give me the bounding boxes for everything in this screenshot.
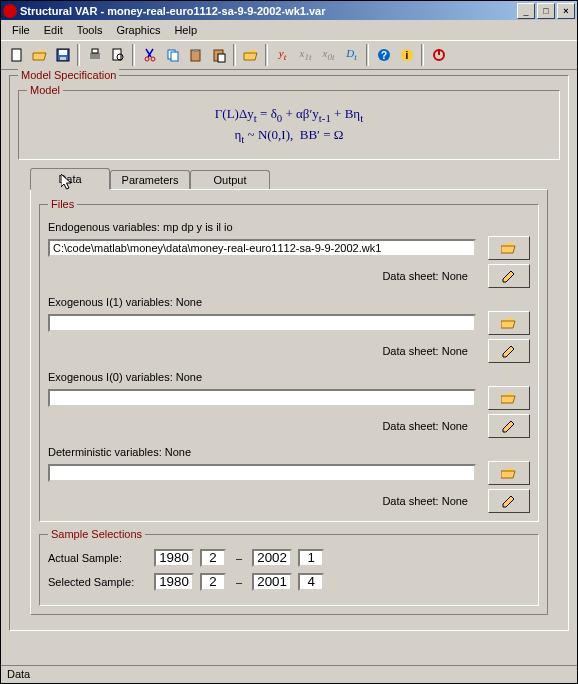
endo-sheet-text: Data sheet: None xyxy=(382,270,468,282)
x0t-icon[interactable]: x0t xyxy=(317,44,340,66)
equation-display: Γ(L)Δyt = δ0 + αβ′yt-1 + Bηt ηt ~ N(0,I)… xyxy=(27,99,551,151)
power-icon[interactable] xyxy=(427,44,450,66)
exo1-label: Exogenous I(1) variables: None xyxy=(48,296,530,308)
actual-period1[interactable] xyxy=(200,549,226,567)
help-icon[interactable]: ? xyxy=(372,44,395,66)
model-spec-legend: Model Specification xyxy=(18,69,119,81)
endo-field[interactable] xyxy=(48,239,476,257)
menubar: File Edit Tools Graphics Help xyxy=(1,20,577,40)
folder-icon[interactable] xyxy=(239,44,262,66)
selected-year2[interactable] xyxy=(252,573,292,591)
cut-icon[interactable] xyxy=(138,44,161,66)
open-icon[interactable] xyxy=(28,44,51,66)
actual-year2[interactable] xyxy=(252,549,292,567)
print-icon[interactable] xyxy=(83,44,106,66)
det-sheet-text: Data sheet: None xyxy=(382,495,468,507)
selected-sample-label: Selected Sample: xyxy=(48,576,148,588)
sample-legend: Sample Selections xyxy=(48,528,145,540)
files-fieldset: Files Endogenous variables: mp dp y is i… xyxy=(39,204,539,522)
svg-point-9 xyxy=(151,57,155,61)
svg-text:i: i xyxy=(405,50,408,61)
titlebar: Structural VAR - money-real-euro1112-sa-… xyxy=(1,1,577,20)
toolbar: yt x1t x0t Dt ? i xyxy=(1,40,577,70)
new-icon[interactable] xyxy=(5,44,28,66)
window-title: Structural VAR - money-real-euro1112-sa-… xyxy=(20,5,515,17)
endo-edit-button[interactable] xyxy=(488,264,530,288)
status-text: Data xyxy=(7,668,30,680)
app-icon xyxy=(3,4,17,18)
endo-label: Endogenous variables: mp dp y is il io xyxy=(48,221,530,233)
exo0-edit-button[interactable] xyxy=(488,414,530,438)
svg-rect-3 xyxy=(60,57,66,60)
sample-fieldset: Sample Selections Actual Sample: – Selec… xyxy=(39,534,539,606)
svg-rect-15 xyxy=(218,54,225,62)
actual-sample-label: Actual Sample: xyxy=(48,552,148,564)
actual-period2[interactable] xyxy=(298,549,324,567)
tab-panel: Files Endogenous variables: mp dp y is i… xyxy=(30,189,548,615)
menu-graphics[interactable]: Graphics xyxy=(109,22,167,38)
dt-icon[interactable]: Dt xyxy=(340,44,363,66)
selected-period2[interactable] xyxy=(298,573,324,591)
info-icon[interactable]: i xyxy=(395,44,418,66)
close-button[interactable]: × xyxy=(557,3,575,19)
menu-edit[interactable]: Edit xyxy=(37,22,70,38)
svg-rect-0 xyxy=(12,49,21,61)
paste-special-icon[interactable] xyxy=(207,44,230,66)
svg-rect-2 xyxy=(59,50,67,55)
x1t-icon[interactable]: x1t xyxy=(294,44,317,66)
model-legend: Model xyxy=(27,84,63,96)
menu-file[interactable]: File xyxy=(5,22,37,38)
exo1-sheet-text: Data sheet: None xyxy=(382,345,468,357)
files-legend: Files xyxy=(48,198,77,210)
det-edit-button[interactable] xyxy=(488,489,530,513)
det-browse-button[interactable] xyxy=(488,461,530,485)
exo0-sheet-text: Data sheet: None xyxy=(382,420,468,432)
selected-period1[interactable] xyxy=(200,573,226,591)
preview-icon[interactable] xyxy=(106,44,129,66)
status-bar: Data xyxy=(1,665,577,683)
model-specification-fieldset: Model Specification Model Γ(L)Δyt = δ0 +… xyxy=(9,75,569,631)
tab-output[interactable]: Output xyxy=(190,170,270,190)
actual-year1[interactable] xyxy=(154,549,194,567)
exo0-label: Exogenous I(0) variables: None xyxy=(48,371,530,383)
svg-rect-11 xyxy=(171,52,178,61)
det-field[interactable] xyxy=(48,464,476,482)
maximize-button[interactable]: □ xyxy=(537,3,555,19)
tab-parameters[interactable]: Parameters xyxy=(110,170,190,190)
det-label: Deterministic variables: None xyxy=(48,446,530,458)
svg-rect-4 xyxy=(90,53,100,59)
paste-icon[interactable] xyxy=(184,44,207,66)
tab-strip: Data Parameters Output xyxy=(30,168,560,190)
tab-data[interactable]: Data xyxy=(30,168,110,190)
svg-rect-5 xyxy=(92,49,98,53)
svg-rect-13 xyxy=(193,49,198,52)
svg-point-8 xyxy=(145,57,149,61)
svg-text:?: ? xyxy=(380,50,386,61)
save-icon[interactable] xyxy=(51,44,74,66)
exo0-browse-button[interactable] xyxy=(488,386,530,410)
endo-browse-button[interactable] xyxy=(488,236,530,260)
menu-help[interactable]: Help xyxy=(167,22,204,38)
exo0-field[interactable] xyxy=(48,389,476,407)
exo1-browse-button[interactable] xyxy=(488,311,530,335)
selected-year1[interactable] xyxy=(154,573,194,591)
copy-icon[interactable] xyxy=(161,44,184,66)
exo1-edit-button[interactable] xyxy=(488,339,530,363)
menu-tools[interactable]: Tools xyxy=(70,22,110,38)
yt-icon[interactable]: yt xyxy=(271,44,294,66)
minimize-button[interactable]: _ xyxy=(517,3,535,19)
model-fieldset: Model Γ(L)Δyt = δ0 + αβ′yt-1 + Bηt ηt ~ … xyxy=(18,90,560,160)
exo1-field[interactable] xyxy=(48,314,476,332)
